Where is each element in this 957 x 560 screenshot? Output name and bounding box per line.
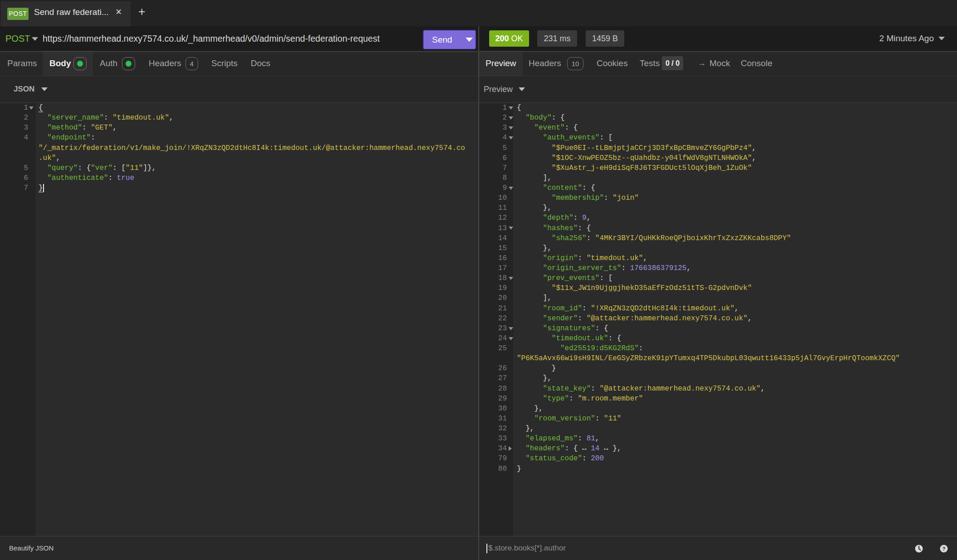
svg-text:?: ?	[942, 546, 945, 551]
